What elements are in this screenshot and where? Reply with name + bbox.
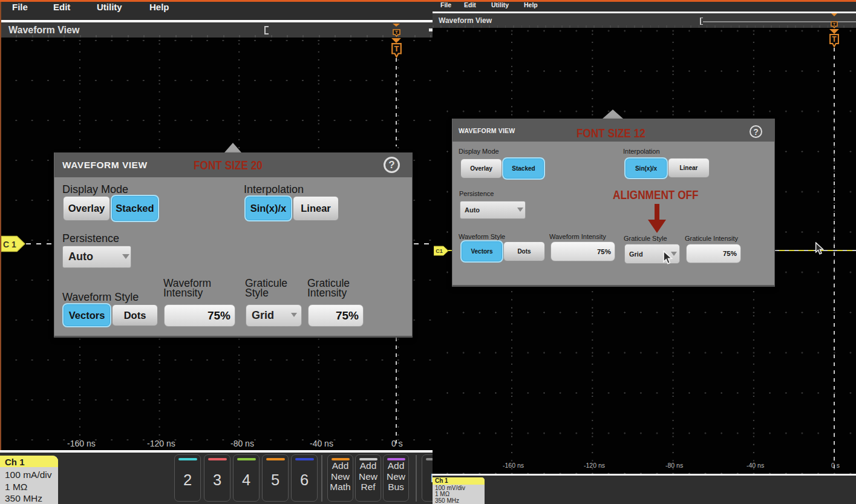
svg-text:T: T [833,22,836,27]
svg-text:T: T [394,44,399,53]
svg-text:T: T [395,30,398,35]
svg-text:T: T [832,35,837,44]
svg-text:C 1: C 1 [3,240,16,249]
svg-text:C1: C1 [436,248,443,254]
